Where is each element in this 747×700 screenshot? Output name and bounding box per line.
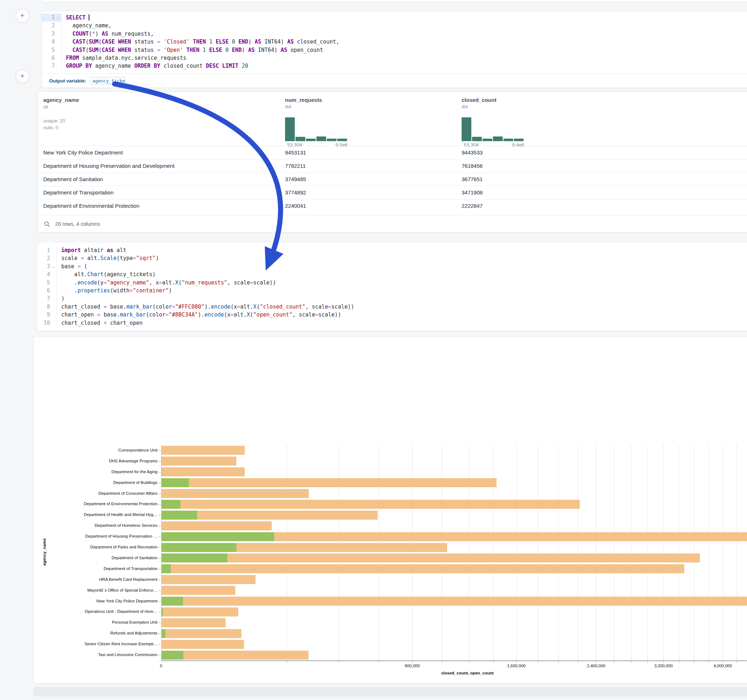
python-line-7[interactable]: 7)	[37, 294, 747, 302]
y-axis-label: Department of Buildings	[39, 480, 157, 485]
bar-open-count[interactable]	[161, 532, 274, 541]
bar-open-count[interactable]	[161, 500, 180, 509]
sql-line-3[interactable]: 3 COUNT(*) AS num_requests,	[42, 30, 747, 38]
x-axis-tick	[614, 661, 614, 663]
bar-closed-count[interactable]	[161, 575, 256, 584]
fold-gutter	[55, 30, 61, 38]
bar-closed-count[interactable]	[161, 586, 235, 595]
sql-line-5[interactable]: 5 CAST(SUM(CASE WHEN status = 'Open' THE…	[42, 46, 747, 54]
table-cell: Department of Sanitation	[43, 176, 103, 182]
add-cell-button-top[interactable]: +	[15, 9, 29, 23]
column-header-closed_count[interactable]: closed_counti6453,3049.4e6	[461, 97, 581, 109]
column-histogram	[461, 118, 525, 141]
add-cell-button-below-sql[interactable]: +	[15, 69, 29, 83]
fold-gutter	[55, 46, 61, 54]
sql-line-4[interactable]: 4 CAST(SUM(CASE WHEN status = 'Closed' T…	[42, 38, 747, 46]
bar-closed-count[interactable]	[161, 564, 684, 573]
python-line-10[interactable]: 10chart_closed + chart_open	[37, 319, 747, 327]
python-line-6[interactable]: 6 .properties(width="container")	[37, 287, 747, 294]
bar-open-count[interactable]	[161, 629, 165, 638]
collapsed-cell-strip[interactable]	[33, 687, 747, 696]
line-number: 2	[37, 254, 50, 262]
y-axis-label: Department of Homeless Services	[39, 523, 157, 528]
table-cell: Department of Housing Preservation and D…	[43, 163, 174, 169]
bar-closed-count[interactable]	[161, 500, 580, 509]
bar-closed-count[interactable]	[161, 446, 245, 455]
gridline	[339, 445, 339, 661]
sql-line-1[interactable]: 1⌄SELECT	[42, 14, 747, 22]
bar-closed-count[interactable]	[161, 629, 242, 638]
bar-open-count[interactable]	[161, 543, 236, 552]
bar-closed-count[interactable]	[161, 608, 238, 617]
bar-open-count[interactable]	[161, 564, 171, 573]
bar-closed-count[interactable]	[161, 597, 747, 606]
bar-closed-count[interactable]	[161, 521, 272, 530]
python-cell[interactable]: 1import altair as alt2scale = alt.Scale(…	[37, 242, 747, 331]
y-axis-label: Personal Exemption Unit	[39, 620, 157, 625]
table-row[interactable]: Department of Transportation377489234719…	[38, 186, 747, 199]
fold-chevron-icon[interactable]: ⌄	[55, 14, 61, 22]
bar-open-count[interactable]	[161, 478, 189, 487]
python-line-5[interactable]: 5 .encode(y="agency_name", x=alt.X("num_…	[37, 279, 747, 287]
x-axis-tick-label: 2,400,000	[587, 664, 605, 668]
x-axis-tick	[538, 661, 538, 663]
bar-closed-count[interactable]	[161, 554, 700, 563]
gridline	[596, 445, 596, 661]
bar-open-count[interactable]	[161, 511, 197, 520]
search-icon[interactable]	[44, 221, 50, 227]
python-line-2[interactable]: 2scale = alt.Scale(type="sqrt")	[37, 254, 747, 262]
python-line-4[interactable]: 4 alt.Chart(agency_tickets)	[37, 270, 747, 278]
table-cell: 2222847	[461, 203, 482, 209]
x-axis-tick-label: 3,200,000	[655, 664, 673, 668]
sql-line-6[interactable]: 6FROM sample_data.nyc.service_requests	[42, 54, 747, 62]
python-line-3[interactable]: 3⌄base = (	[37, 262, 747, 270]
sql-cell[interactable]: 1⌄SELECT 2 agency_name,3 COUNT(*) AS num…	[41, 11, 747, 88]
bar-closed-count[interactable]	[161, 640, 244, 649]
bar-closed-count[interactable]	[161, 478, 496, 487]
fold-gutter	[55, 22, 61, 30]
table-cell: Department of Transportation	[43, 189, 113, 196]
gutter-separator	[61, 62, 62, 70]
python-line-9[interactable]: 9chart_open = base.mark_bar(color="#8BC3…	[37, 311, 747, 319]
y-axis-tick	[159, 494, 161, 494]
gridline	[287, 445, 287, 661]
gutter-separator	[61, 46, 62, 54]
bar-closed-count[interactable]	[161, 489, 309, 498]
python-line-8[interactable]: 8chart_closed = base.mark_bar(color="#FF…	[37, 303, 747, 311]
bar-closed-count[interactable]	[161, 457, 236, 466]
y-axis-label: Department of Transportation	[39, 566, 157, 571]
fold-chevron-icon[interactable]: ⌄	[50, 262, 57, 270]
y-axis-label: Taxi and Limousine Commission	[39, 652, 157, 657]
bar-closed-count[interactable]	[161, 618, 225, 627]
y-axis-label: Department of Environmental Protection	[39, 502, 157, 506]
column-header-agency_name[interactable]: agency_namestrunique: 20nulls: 0	[43, 97, 162, 131]
code-text: chart_open = base.mark_bar(color="#8BC34…	[61, 311, 341, 319]
python-code-editor[interactable]: 1import altair as alt2scale = alt.Scale(…	[37, 242, 747, 327]
sql-line-2[interactable]: 2 agency_name,	[42, 22, 747, 30]
gutter-separator	[57, 311, 57, 319]
previous-cell-edge	[42, 0, 747, 2]
output-variable-pill[interactable]: agency_tickets	[90, 77, 126, 84]
bar-open-count[interactable]	[161, 597, 183, 606]
table-row[interactable]: Department of Housing Preservation and D…	[38, 159, 747, 173]
text-caret	[89, 14, 89, 21]
column-histogram	[285, 118, 348, 141]
bar-open-count[interactable]	[161, 554, 227, 563]
gutter-separator	[57, 294, 57, 302]
code-text: alt.Chart(agency_tickets)	[61, 270, 156, 278]
table-row[interactable]: Department of Environmental Protection22…	[38, 199, 747, 213]
gridline	[493, 445, 494, 661]
y-axis-label: Department for the Aging	[39, 469, 157, 474]
y-axis-label: Department of Sanitation	[39, 556, 157, 560]
python-line-1[interactable]: 1import altair as alt	[37, 246, 747, 254]
table-row[interactable]: New York City Police Department945313194…	[38, 146, 747, 160]
column-header-num_requests[interactable]: num_requestsi6453,3049.5e6	[285, 97, 404, 109]
y-axis-title: agency_name	[42, 538, 47, 566]
sql-code-editor[interactable]: 1⌄SELECT 2 agency_name,3 COUNT(*) AS num…	[42, 11, 747, 70]
sql-line-7[interactable]: 7GROUP BY agency_name ORDER BY closed_co…	[42, 62, 747, 70]
bar-open-count[interactable]	[161, 651, 183, 660]
code-text: scale = alt.Scale(type="sqrt")	[61, 254, 159, 262]
bar-closed-count[interactable]	[161, 468, 245, 477]
code-text: GROUP BY agency_name ORDER BY closed_cou…	[66, 62, 248, 70]
table-row[interactable]: Department of Sanitation37494853677651	[38, 172, 747, 186]
